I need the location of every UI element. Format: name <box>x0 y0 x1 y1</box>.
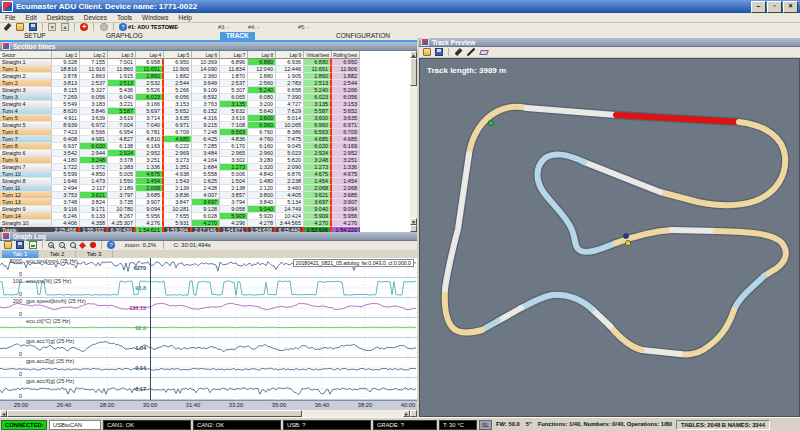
lap-cell: 6:971 <box>164 122 192 129</box>
tab-setup[interactable]: SETUP <box>18 32 52 40</box>
tool-icon[interactable] <box>4 23 12 31</box>
open-log-icon[interactable] <box>4 241 12 249</box>
virtual-best-cell: 1:273 <box>304 164 332 171</box>
minimize-button[interactable]: – <box>751 1 766 13</box>
save-icon[interactable] <box>29 23 37 31</box>
zoom-in-icon[interactable]: + <box>48 242 54 248</box>
lap-cell: 2:560 <box>248 80 276 87</box>
lap-cell: 5:005 <box>108 171 136 178</box>
scroll-corner[interactable] <box>410 225 417 232</box>
lap-cell: 4:007 <box>192 192 220 199</box>
time-tick-label: 33:20 <box>229 402 244 408</box>
sector-label: Turn 4 <box>0 108 52 115</box>
record-icon[interactable] <box>90 242 96 248</box>
save-track-icon[interactable] <box>435 48 443 56</box>
settings-icon[interactable] <box>100 23 108 31</box>
scroll-corner2[interactable] <box>410 410 417 417</box>
track-tool-icon[interactable] <box>455 48 463 56</box>
graph-tab-1[interactable]: Tab 1 <box>2 250 39 258</box>
time-tick-label: 38:20 <box>358 402 373 408</box>
table-scroll-thumb[interactable] <box>410 58 417 86</box>
menu-item-tools[interactable]: Tools <box>112 14 137 21</box>
cursor-value: 92,0 <box>102 325 146 331</box>
axis-min-label: 0 <box>0 271 22 277</box>
tab-track[interactable]: TRACK <box>220 32 255 40</box>
open-track-icon[interactable] <box>423 48 431 56</box>
scroll-down-icon[interactable]: ▼ <box>410 218 417 225</box>
status-badge-7: SL <box>479 420 492 430</box>
open-icon[interactable] <box>16 23 24 31</box>
help-icon[interactable]: ? <box>119 23 127 31</box>
lap-cell: 4:685 <box>164 136 192 143</box>
menu-item-file[interactable]: File <box>0 14 20 21</box>
graph-scroll-thumb[interactable] <box>7 410 302 417</box>
lap-cell: 6:408 <box>52 136 80 143</box>
rolling-best-cell: 11:906 <box>332 66 360 73</box>
device-slot-4[interactable]: #4: - <box>248 24 259 30</box>
table-row: Turn 76:4084:9814:8274:8104:6856:4254:83… <box>0 136 417 143</box>
close-button[interactable]: × <box>783 1 798 13</box>
track-map[interactable]: Track length: 3989 m <box>419 58 800 417</box>
rolling-best-cell: 3:635 <box>332 115 360 122</box>
sector-label: Turn 2 <box>0 80 52 87</box>
lap-cell: 3:697 <box>192 199 220 206</box>
rolling-best-cell: 6:056 <box>332 94 360 101</box>
menu-item-desktops[interactable]: Desktops <box>42 14 79 21</box>
graph-tab-3[interactable]: Tab 3 <box>76 250 113 258</box>
axis-max-label: 5000 <box>0 258 22 264</box>
rolling-best-cell: 3:907 <box>332 199 360 206</box>
cursor-line[interactable] <box>150 258 151 400</box>
device-slot-2[interactable]: #2: - <box>168 24 179 30</box>
save-log-icon[interactable] <box>16 241 24 249</box>
lap-cell: 4:836 <box>220 136 248 143</box>
device-slot-3[interactable]: #3: - <box>218 24 229 30</box>
lap-cell: 4:25:307 <box>108 220 136 227</box>
write-device-icon[interactable]: ▲ <box>61 23 69 31</box>
zoom-fit-icon[interactable] <box>70 242 76 248</box>
virtual-best-cell: 6:960 <box>304 122 332 129</box>
menu-item-windows[interactable]: Windows <box>137 14 173 21</box>
lap-cell: 7:001 <box>108 59 136 66</box>
lap-cell: 3:847 <box>164 199 192 206</box>
sector-label: Straight 8 <box>0 178 52 185</box>
lap-cell: 6:040 <box>108 94 136 101</box>
menu-item-help[interactable]: Help <box>173 14 196 21</box>
column-header: Virtual best <box>304 51 332 59</box>
menu-item-devices[interactable]: Devices <box>79 14 112 21</box>
lap-cell: 6:170 <box>220 143 248 150</box>
device-slot-5[interactable]: #5: - <box>298 24 309 30</box>
lap-cell: 1:504 <box>220 178 248 185</box>
restore-button[interactable]: ▫ <box>767 1 782 13</box>
tab-configuration[interactable]: CONFIGURATION <box>330 32 396 40</box>
lap-cell: 4:276 <box>136 220 164 227</box>
virtual-best-cell: 3:135 <box>304 101 332 108</box>
lap-cell: 1:372 <box>80 164 108 171</box>
zoom-out-icon[interactable]: - <box>59 242 65 248</box>
lap-cell: 1:351 <box>164 164 192 171</box>
scroll-left-icon[interactable]: ◄ <box>0 410 7 417</box>
marker-icon[interactable] <box>79 241 86 248</box>
status-white-1: USBtoCAN <box>49 420 101 430</box>
eraser-icon[interactable] <box>479 50 489 55</box>
lap-cell: 7:269 <box>52 94 80 101</box>
lap-cell: 5:632 <box>220 108 248 115</box>
lap-cell: 6:566 <box>80 129 108 136</box>
graph-tab-2[interactable]: Tab 2 <box>39 250 76 258</box>
add-device-icon[interactable]: + <box>80 23 88 31</box>
pencil-icon[interactable] <box>467 48 475 56</box>
read-device-icon[interactable]: ▼ <box>48 23 56 31</box>
menu-item-edit[interactable]: Edit <box>20 14 41 21</box>
column-header: Lap 8 <box>248 51 276 59</box>
scroll-right-icon[interactable]: ► <box>403 410 410 417</box>
export-icon[interactable] <box>29 241 37 249</box>
scroll-up-icon[interactable]: ▲ <box>410 51 417 58</box>
lap-cell: 18:816 <box>52 66 80 73</box>
signal-name: gps.accX[g] (25 Hz) <box>26 378 74 384</box>
lap-cell: 14:749 <box>276 206 304 213</box>
graph-help-icon[interactable]: ? <box>107 241 115 249</box>
graph-area[interactable]: ecu.rpm[rpm] (25 Hz)50000627020180421_08… <box>0 258 417 400</box>
lap-cell: 7:629 <box>276 108 304 115</box>
tab-graphlog[interactable]: GRAPHLOG <box>100 32 149 40</box>
lap-cell: 12:446 <box>276 66 304 73</box>
main-toolbar: ▼ ▲ + ? #1: ADU TESTOWE#2: -#3: -#4: -#5… <box>0 23 800 32</box>
